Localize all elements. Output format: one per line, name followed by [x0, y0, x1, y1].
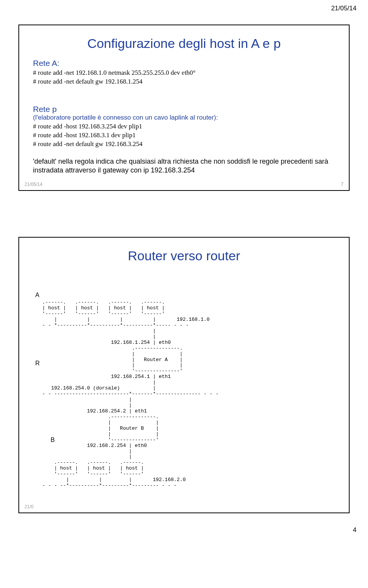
rete-p-line2: # route add -host 192.168.3.1 dev plip1 — [33, 131, 335, 140]
slide2-footer-date: 21/0 — [25, 504, 33, 509]
slide-2: Router verso router A R B .------. .----… — [18, 237, 350, 513]
rete-a-line1: # route add -net 192.168.1.0 netmask 255… — [33, 69, 335, 77]
slide1-footer-num: 7 — [341, 182, 343, 187]
slide2-title: Router verso router — [33, 248, 335, 263]
ascii-diagram: .------. .------. .------. .------. | ho… — [42, 300, 335, 489]
slide1-title: Configurazione degli host in A e p — [33, 36, 335, 51]
rete-p-sublabel: (l'elaboratore portatile è connesso con … — [33, 114, 335, 122]
slide2-footer: 21/0 — [19, 502, 349, 512]
slide1-footer: 21/05/14 7 — [19, 179, 349, 190]
page-date: 21/05/14 — [0, 0, 368, 17]
slide-1: Configurazione degli host in A e p Rete … — [18, 25, 350, 191]
rete-a-line2: # route add -net default gw 192.168.1.25… — [33, 77, 335, 86]
ascii-diagram-wrap: A R B .------. .------. .------. .------… — [33, 271, 335, 500]
marker-r: R — [35, 360, 40, 367]
slide1-footer-date: 21/05/14 — [25, 182, 43, 187]
rete-p-line1: # route add -host 192.168.3.254 dev plip… — [33, 122, 335, 131]
page-number: 4 — [0, 521, 368, 545]
rete-a-label: Rete A: — [33, 59, 335, 68]
rete-p-label: Rete p — [33, 105, 335, 114]
slide1-note: 'default' nella regola indica che qualsi… — [33, 157, 335, 175]
marker-b: B — [51, 437, 55, 443]
marker-a: A — [35, 292, 39, 299]
rete-p-line3: # route add -net default gw 192.168.3.25… — [33, 140, 335, 149]
